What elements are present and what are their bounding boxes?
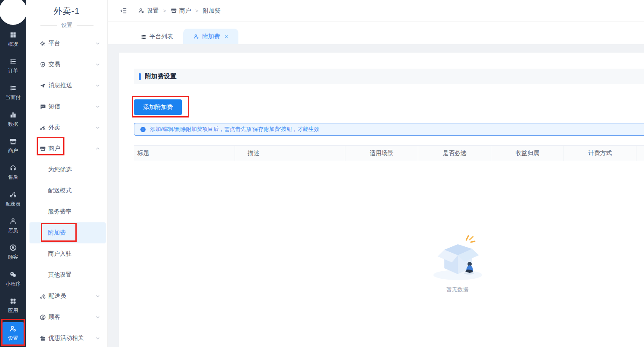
rail-item-settings[interactable]: 设置 <box>1 322 25 346</box>
sidebar-item-label: 优惠活动相关 <box>48 334 84 342</box>
icon-rail: 概况 订单 当面付 数据 商户 售后 配送员 店员 <box>0 0 26 347</box>
tab-platform-list[interactable]: 平台列表 <box>131 29 183 44</box>
chevron-down-icon <box>95 294 100 299</box>
page-title: 附加费设置 <box>145 72 176 80</box>
user-gear-icon <box>138 8 144 14</box>
rail-item-after-sales[interactable]: 售后 <box>1 163 25 183</box>
chevron-down-icon <box>95 41 100 46</box>
surcharge-panel: 附加费设置 添加附加费 添加/编辑/删除附加费项目后，需点击先放'保存附加费'按… <box>119 53 644 347</box>
sidebar-item-label: 顾客 <box>48 313 60 321</box>
column-header-required: 是否必选 <box>418 146 491 161</box>
shop-icon <box>171 8 177 14</box>
shop-icon <box>9 138 17 145</box>
sidebar-subitem-label: 为您优选 <box>48 166 72 174</box>
rail-item-label: 当面付 <box>5 94 21 101</box>
rail-item-overview[interactable]: 概况 <box>1 29 25 50</box>
chevron-down-icon <box>95 315 100 320</box>
push-message-icon <box>40 83 46 89</box>
breadcrumb-label: 附加费 <box>203 7 220 15</box>
column-header-beneficiary: 收益归属 <box>491 146 564 161</box>
rail-item-merchant[interactable]: 商户 <box>1 136 25 156</box>
sidebar-subitem-label: 配送模式 <box>48 187 72 195</box>
sidebar-subitem-other-settings[interactable]: 其他设置 <box>26 264 107 286</box>
empty-box-illustration <box>426 233 489 283</box>
close-icon[interactable]: × <box>224 33 228 40</box>
chevron-down-icon <box>95 83 100 88</box>
sidebar-item-label: 平台 <box>48 40 60 47</box>
chevron-up-icon <box>95 146 100 151</box>
chevron-down-icon <box>95 104 100 109</box>
rail-item-label: 概况 <box>8 41 18 48</box>
sidebar-item-customer[interactable]: 顾客 <box>26 307 107 328</box>
rail-item-orders[interactable]: 订单 <box>1 56 25 76</box>
rail-item-apps[interactable]: 应用 <box>1 296 25 316</box>
info-icon <box>140 126 146 133</box>
sidebar-item-courier[interactable]: 配送员 <box>26 286 107 307</box>
sidebar-item-promotions[interactable]: 优惠活动相关 <box>26 328 107 347</box>
breadcrumb-separator: > <box>163 8 166 14</box>
sidebar-item-trade[interactable]: 交易 <box>26 54 107 75</box>
customer-icon <box>40 314 46 320</box>
sidebar-item-push[interactable]: 消息推送 <box>26 75 107 96</box>
sidebar-subitem-merchant-entry[interactable]: 商户入驻 <box>26 243 107 264</box>
sidebar-item-merchant[interactable]: 商户 <box>26 138 107 159</box>
column-header-scenario: 适用场景 <box>345 146 418 161</box>
tab-surcharge[interactable]: 附加费 × <box>183 29 238 44</box>
sidebar-item-sms[interactable]: 短信 <box>26 96 107 117</box>
platform-list-icon <box>141 34 147 40</box>
tab-label: 平台列表 <box>150 33 173 40</box>
section-header: 附加费设置 <box>134 69 644 84</box>
user-gear-icon <box>193 34 199 40</box>
rail-item-customer[interactable]: 顾客 <box>1 242 25 262</box>
sidebar-item-label: 交易 <box>48 61 60 68</box>
rail-item-face-pay[interactable]: 当面付 <box>1 83 25 103</box>
rail-nav: 概况 订单 当面付 数据 商户 售后 配送员 店员 <box>0 29 26 346</box>
customer-icon <box>9 244 17 251</box>
sidebar-collapse-icon[interactable] <box>120 7 127 14</box>
gift-icon <box>40 335 46 342</box>
sidebar-subitem-label: 商户入驻 <box>48 250 72 258</box>
settings-sidebar: 外卖-1 设置 平台 交易 消息推送 短信 外卖 <box>26 0 108 347</box>
scooter-icon <box>40 125 46 131</box>
chevron-down-icon <box>95 125 100 130</box>
sidebar-item-takeout[interactable]: 外卖 <box>26 117 107 138</box>
column-header-extra <box>636 146 644 161</box>
add-surcharge-button[interactable]: 添加附加费 <box>134 99 182 115</box>
table-header-row: 标题 描述 适用场景 是否必选 收益归属 计费方式 <box>134 145 644 161</box>
empty-text: 暂无数据 <box>426 286 489 294</box>
empty-state: 暂无数据 <box>426 233 489 294</box>
chevron-down-icon <box>95 62 100 67</box>
sidebar-subitem-service-rate[interactable]: 服务费率 <box>26 201 107 222</box>
rail-item-data[interactable]: 数据 <box>1 109 25 130</box>
bar-chart-icon <box>9 111 17 119</box>
sms-icon <box>40 104 46 110</box>
sidebar-item-label: 消息推送 <box>48 82 72 89</box>
sidebar-item-label: 商户 <box>48 145 60 152</box>
tab-label: 附加费 <box>202 33 220 40</box>
sidebar-subitem-delivery-mode[interactable]: 配送模式 <box>26 180 107 201</box>
sidebar-subtitle: 设置 <box>26 21 107 29</box>
sidebar-subitem-label: 其他设置 <box>48 271 72 279</box>
shop-icon <box>40 146 46 152</box>
breadcrumb-item-surcharge[interactable]: 附加费 <box>203 7 220 15</box>
rail-item-mini-program[interactable]: 小程序 <box>1 269 25 289</box>
sidebar-subitem-preferred[interactable]: 为您优选 <box>26 159 107 180</box>
order-list-icon <box>9 58 17 65</box>
sidebar-item-platform[interactable]: 平台 <box>26 33 107 54</box>
apps-icon <box>9 297 17 305</box>
breadcrumb-item-settings[interactable]: 设置 <box>138 7 159 15</box>
rail-item-label: 数据 <box>8 121 18 128</box>
rail-item-courier[interactable]: 配送员 <box>1 189 25 209</box>
dashboard-icon <box>9 31 17 39</box>
breadcrumb-item-merchant[interactable]: 商户 <box>171 7 191 15</box>
main-area: 设置 > 商户 > 附加费 平台列表 附加费 × 附加费设置 添 <box>108 0 644 347</box>
sidebar-item-label: 短信 <box>48 103 60 110</box>
avatar[interactable] <box>0 0 27 25</box>
rail-item-clerk[interactable]: 店员 <box>1 216 25 236</box>
sidebar-subitem-surcharge[interactable]: 附加费 <box>29 222 106 243</box>
column-header-desc: 描述 <box>235 146 345 161</box>
headset-icon <box>9 164 17 172</box>
column-header-title: 标题 <box>134 146 235 161</box>
tab-bar: 平台列表 附加费 × <box>108 22 644 44</box>
surcharge-table: 标题 描述 适用场景 是否必选 收益归属 计费方式 <box>134 145 644 161</box>
